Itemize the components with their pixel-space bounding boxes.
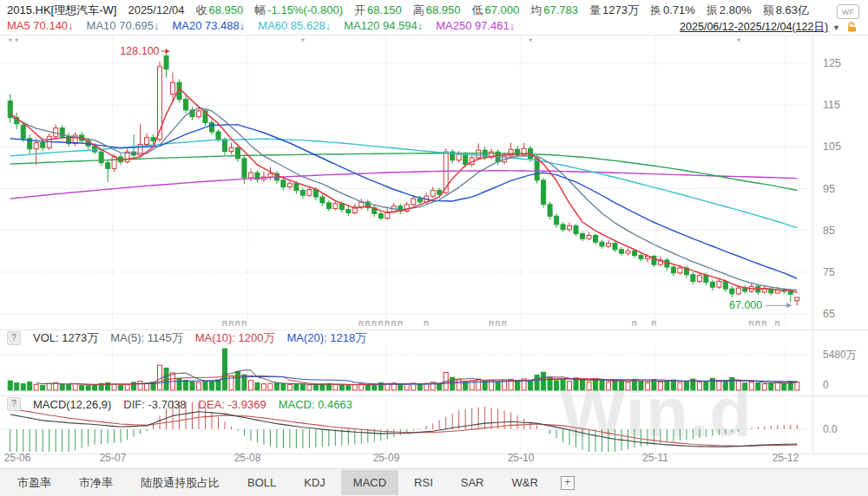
svg-text:25-06: 25-06 [4, 452, 31, 464]
svg-text:R: R [495, 319, 501, 328]
svg-text:R: R [391, 319, 398, 328]
svg-text:R: R [632, 319, 638, 328]
tab-SAR[interactable]: SAR [449, 470, 496, 495]
help-icon[interactable]: ? [7, 397, 21, 411]
svg-text:0: 0 [823, 379, 829, 391]
svg-text:R: R [775, 319, 781, 328]
svg-text:0.0: 0.0 [823, 423, 838, 435]
ma-legend: MA5 70.140↓MA10 70.695↓MA20 73.488↓MA60 … [7, 18, 515, 33]
ma-legend-item-MA120: MA120 94.594↓ [344, 19, 423, 32]
quote-field-振: 振2.80% [707, 3, 752, 18]
svg-text:95: 95 [823, 183, 835, 195]
wf-badge-icon[interactable]: WF [837, 4, 859, 19]
svg-text:75: 75 [823, 266, 835, 278]
tab-BOLL[interactable]: BOLL [235, 470, 288, 495]
ma-legend-item-MA60: MA60 85.628↓ [258, 19, 331, 32]
unlock-icon[interactable] [846, 21, 858, 36]
svg-text:R: R [241, 319, 247, 328]
svg-text:*: * [301, 36, 306, 47]
ma-legend-item-MA20: MA20 73.488↓ [172, 19, 245, 32]
svg-text:R: R [755, 319, 761, 328]
macd-legend-item-0: MACD(12,26,9) [33, 398, 111, 411]
volume-legend-item-1: MA(5): 1145万 [110, 330, 183, 346]
tab-MACD[interactable]: MACD [341, 470, 398, 495]
tab-RSI[interactable]: RSI [402, 470, 445, 495]
quote-field-幅: 幅-1.15%(-0.800) [254, 3, 343, 18]
chevron-down-icon[interactable]: ▼ [832, 23, 840, 32]
svg-text:R: R [424, 319, 430, 328]
volume-legend-item-0: VOL: 1273万 [33, 330, 98, 346]
volume-legend: ? VOL: 1273万MA(5): 1145万MA(10): 1200万MA(… [7, 330, 366, 346]
svg-text:*: * [737, 36, 741, 47]
ma-legend-item-MA10: MA10 70.695↓ [87, 19, 160, 32]
quote-field-换: 换0.71% [650, 3, 695, 18]
svg-text:*: * [9, 36, 13, 47]
svg-text:R: R [228, 319, 234, 328]
date-range-text[interactable]: 2025/06/12-2025/12/04(122日) [680, 20, 828, 35]
svg-text:25-10: 25-10 [508, 452, 535, 464]
svg-text:R: R [502, 319, 508, 328]
quote-field-均: 均67.783 [530, 3, 578, 18]
svg-text:R: R [222, 319, 228, 328]
quote-fields: 收68.950幅-1.15%(-0.800)开68.150高68.950低67.… [196, 3, 810, 18]
svg-text:R: R [385, 319, 391, 328]
svg-text:R: R [489, 319, 495, 328]
ma-legend-item-MA5: MA5 70.140↓ [7, 19, 74, 32]
quote-field-高: 高68.950 [413, 3, 461, 18]
svg-text:25-07: 25-07 [100, 452, 127, 464]
svg-text:R: R [365, 319, 372, 328]
quote-field-收: 收68.950 [196, 3, 244, 18]
macd-legend-item-2: DEA: -3.9369 [199, 398, 266, 411]
svg-text:5480万: 5480万 [823, 349, 857, 361]
svg-text:R: R [651, 319, 657, 328]
indicator-tab-bar: 市盈率市净率陆股通持股占比BOLLKDJMACDRSISARW&R+ [0, 468, 868, 496]
quote-field-量: 量1273万 [589, 3, 639, 18]
svg-text:*: * [529, 36, 533, 47]
svg-text:R: R [378, 319, 385, 328]
svg-text:R: R [235, 319, 241, 328]
svg-text:125: 125 [823, 57, 841, 69]
tab-市盈率[interactable]: 市盈率 [5, 469, 63, 496]
wind-stock-chart-window: 2015.HK[理想汽车-W] 2025/12/04 收68.950幅-1.15… [0, 0, 868, 496]
ma-legend-item-MA250: MA250 97.461↓ [436, 19, 515, 32]
svg-text:25-12: 25-12 [773, 452, 799, 464]
macd-legend-item-3: MACD: 0.4663 [279, 398, 352, 411]
quote-field-开: 开68.150 [354, 3, 402, 18]
quote-header: 2015.HK[理想汽车-W] 2025/12/04 收68.950幅-1.15… [7, 3, 809, 17]
chart-canvas[interactable]: 125115105958575655480万00.025-0625-0725-0… [0, 0, 868, 496]
svg-text:25-08: 25-08 [234, 452, 261, 464]
svg-text:25-11: 25-11 [642, 452, 668, 464]
date-range-selector[interactable]: 2025/06/12-2025/12/04(122日) ▼ [680, 20, 840, 35]
svg-text:R: R [762, 319, 768, 328]
volume-legend-item-2: MA(10): 1200万 [195, 330, 275, 346]
svg-text:67.000: 67.000 [729, 299, 762, 311]
svg-text:R: R [749, 319, 755, 328]
svg-text:128.100: 128.100 [120, 45, 159, 57]
tab-W&R[interactable]: W&R [500, 470, 550, 495]
svg-text:115: 115 [823, 99, 840, 111]
macd-legend-item-1: DIF: -3.7038 [123, 398, 186, 411]
volume-legend-item-3: MA(20): 1218万 [287, 330, 367, 346]
svg-text:105: 105 [823, 140, 841, 153]
svg-text:R: R [372, 319, 378, 328]
tab-市净率[interactable]: 市净率 [67, 469, 125, 496]
quote-field-额: 额8.63亿 [763, 3, 809, 18]
tab-KDJ[interactable]: KDJ [292, 470, 338, 495]
svg-text:R: R [398, 319, 404, 328]
quote-date: 2025/12/04 [128, 3, 184, 16]
macd-legend: ? MACD(12,26,9)DIF: -3.7038DEA: -3.9369M… [7, 397, 352, 411]
help-icon[interactable]: ? [7, 331, 21, 345]
add-indicator-button[interactable]: + [561, 476, 575, 490]
svg-text:25-09: 25-09 [373, 452, 400, 464]
svg-text:*: * [15, 36, 19, 47]
tab-陆股通持股占比[interactable]: 陆股通持股占比 [128, 469, 232, 496]
svg-text:65: 65 [823, 308, 835, 320]
symbol-name[interactable]: 2015.HK[理想汽车-W] [7, 3, 116, 18]
svg-text:R: R [358, 319, 365, 328]
quote-field-低: 低67.000 [472, 3, 520, 18]
svg-text:85: 85 [823, 225, 835, 237]
